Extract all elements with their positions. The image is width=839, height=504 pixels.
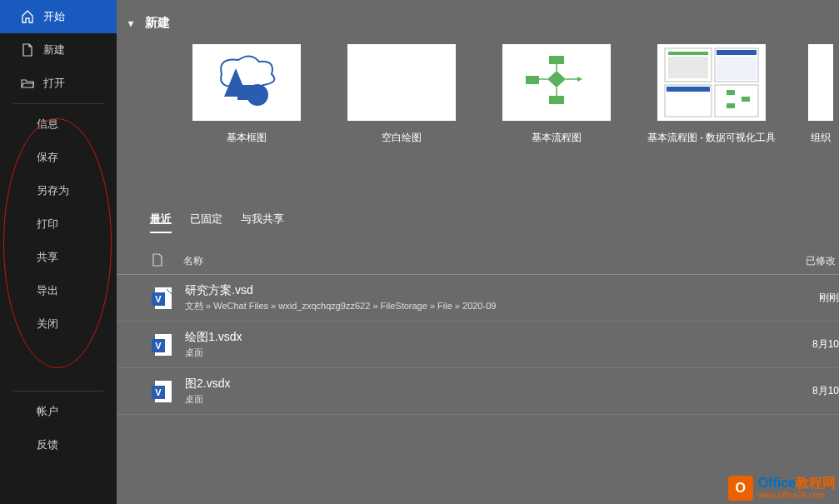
file-path: 桌面: [185, 393, 806, 406]
tab-shared[interactable]: 与我共享: [241, 212, 284, 233]
section-title-text: 新建: [145, 15, 170, 31]
svg-rect-13: [717, 57, 757, 80]
watermark-icon: O: [728, 476, 753, 501]
column-name[interactable]: 名称: [183, 254, 203, 268]
sidebar: 开始 新建 打开 信息 保存 另存为 打印 共享 导出 关闭 帐户 反馈: [0, 0, 117, 504]
file-name: 绘图1.vsdx: [185, 330, 806, 345]
svg-rect-18: [727, 103, 735, 108]
file-modified: 刚刚: [806, 291, 839, 305]
sidebar-label: 开始: [43, 9, 65, 24]
watermark-url: www.office26.com: [758, 492, 836, 500]
template-label: 基本流程图 - 数据可视化工具: [647, 131, 777, 145]
new-file-icon: [20, 43, 35, 57]
visio-file-icon: V: [152, 379, 173, 404]
template-blank[interactable]: 空白绘图: [343, 44, 460, 145]
sidebar-divider: [13, 103, 103, 104]
template-label: 组织: [811, 131, 831, 145]
template-label: 基本流程图: [532, 131, 582, 145]
template-thumb: [192, 44, 301, 121]
file-modified: 8月10: [806, 384, 839, 398]
home-icon: [20, 10, 35, 23]
svg-text:V: V: [155, 341, 162, 351]
sidebar-item-open[interactable]: 打开: [0, 67, 117, 100]
watermark: O Office教程网 www.office26.com: [728, 476, 836, 501]
sidebar-item-export[interactable]: 导出: [0, 274, 117, 307]
svg-marker-7: [577, 77, 582, 82]
sidebar-item-feedback[interactable]: 反馈: [0, 428, 117, 462]
file-row[interactable]: V 研究方案.vsd 文档 » WeChat Files » wxid_zxqc…: [117, 275, 839, 322]
svg-rect-15: [667, 87, 710, 92]
svg-point-2: [247, 84, 268, 106]
template-flowchart-data[interactable]: 基本流程图 - 数据可视化工具: [653, 44, 770, 145]
watermark-title: Office教程网: [758, 477, 836, 490]
file-row[interactable]: V 图2.vsdx 桌面 8月10: [117, 368, 839, 415]
sidebar-item-save[interactable]: 保存: [0, 141, 117, 174]
svg-rect-6: [549, 96, 564, 104]
templates-row: 基本框图 空白绘图 基本流程图: [117, 39, 839, 145]
svg-marker-4: [547, 71, 566, 87]
svg-rect-17: [727, 90, 735, 95]
svg-rect-3: [549, 56, 564, 64]
sidebar-item-new[interactable]: 新建: [0, 33, 117, 67]
svg-rect-19: [742, 97, 750, 102]
file-path: 文档 » WeChat Files » wxid_zxqchqzg9zz622 …: [185, 300, 806, 312]
sidebar-item-account[interactable]: 帐户: [0, 395, 117, 428]
file-modified: 8月10: [806, 337, 839, 352]
sidebar-item-close[interactable]: 关闭: [0, 307, 117, 341]
template-label: 基本框图: [227, 131, 267, 145]
svg-rect-16: [715, 85, 758, 117]
visio-file-icon: V: [152, 332, 173, 357]
svg-rect-12: [717, 50, 757, 55]
sidebar-label: 打开: [43, 76, 65, 91]
file-name: 研究方案.vsd: [185, 283, 806, 298]
main-area: ▾ 新建 基本框图 空白绘图: [117, 0, 839, 504]
sidebar-item-info[interactable]: 信息: [0, 107, 117, 141]
template-thumb: [347, 44, 456, 121]
sidebar-item-save-as[interactable]: 另存为: [0, 174, 117, 207]
visio-file-icon: V: [152, 286, 173, 311]
tab-recent[interactable]: 最近: [150, 212, 172, 233]
svg-rect-10: [668, 57, 708, 78]
document-icon: [152, 253, 168, 269]
sidebar-item-home[interactable]: 开始: [0, 0, 117, 33]
template-thumb: [808, 44, 833, 121]
chevron-down-icon: ▾: [128, 17, 145, 29]
file-path: 桌面: [185, 347, 806, 359]
file-list-header: 名称 已修改: [117, 233, 839, 275]
svg-text:V: V: [155, 294, 162, 304]
template-org[interactable]: 组织: [808, 44, 833, 145]
file-row[interactable]: V 绘图1.vsdx 桌面 8月10: [117, 322, 839, 368]
svg-rect-5: [526, 76, 539, 84]
sidebar-label: 新建: [43, 42, 65, 57]
template-flowchart[interactable]: 基本流程图: [498, 44, 615, 145]
template-thumb: [502, 44, 611, 121]
tab-pinned[interactable]: 已固定: [190, 212, 222, 233]
file-name: 图2.vsdx: [185, 377, 806, 392]
column-modified[interactable]: 已修改: [806, 254, 839, 268]
template-thumb: [657, 44, 766, 121]
template-basic-block[interactable]: 基本框图: [188, 44, 305, 145]
new-section-header[interactable]: ▾ 新建: [117, 0, 839, 39]
sidebar-item-share[interactable]: 共享: [0, 241, 117, 274]
svg-rect-9: [668, 52, 708, 55]
template-label: 空白绘图: [382, 131, 422, 145]
recent-tabs: 最近 已固定 与我共享: [117, 145, 839, 233]
svg-text:V: V: [155, 387, 162, 397]
sidebar-divider: [13, 391, 103, 392]
sidebar-item-print[interactable]: 打印: [0, 207, 117, 241]
open-folder-icon: [20, 77, 35, 89]
